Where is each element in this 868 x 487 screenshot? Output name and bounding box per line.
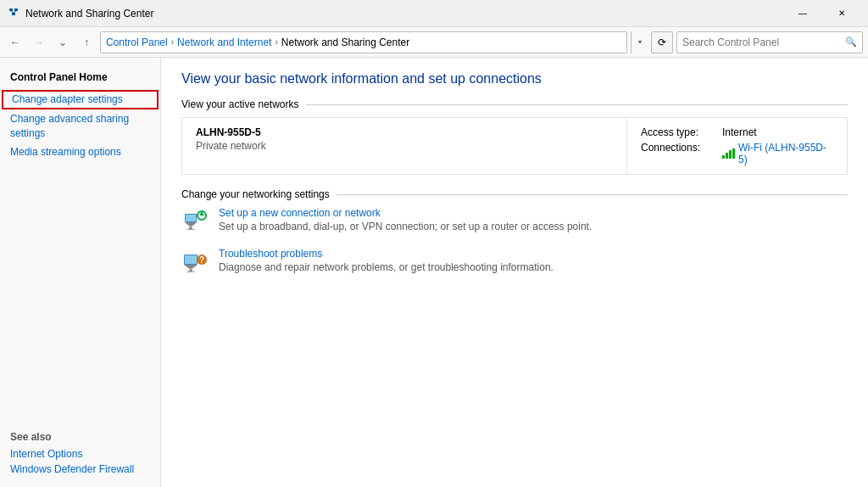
network-name: ALHN-955D-5 <box>196 126 613 138</box>
svg-rect-16 <box>186 271 195 272</box>
up-button[interactable]: ↑ <box>76 32 97 53</box>
see-also-internet-options[interactable]: Internet Options <box>10 446 150 462</box>
title-bar-controls: — ✕ <box>783 0 861 27</box>
wifi-bar-4 <box>732 148 735 159</box>
svg-rect-0 <box>9 8 13 11</box>
see-also-firewall[interactable]: Windows Defender Firewall <box>10 462 150 477</box>
sidebar-title[interactable]: Control Panel Home <box>0 68 160 90</box>
forward-button[interactable]: → <box>29 32 49 53</box>
troubleshoot-svg: ? <box>181 248 209 275</box>
svg-rect-2 <box>12 13 15 15</box>
sidebar: Control Panel Home Change adapter settin… <box>0 58 161 487</box>
change-settings-label: Change your networking settings <box>181 188 330 200</box>
troubleshoot-text: Troubleshoot problems Diagnose and repai… <box>219 248 848 273</box>
sidebar-link-media-streaming[interactable]: Media streaming options <box>0 143 160 162</box>
svg-text:?: ? <box>199 255 204 265</box>
svg-marker-7 <box>185 222 197 227</box>
new-connection-text: Set up a new connection or network Set u… <box>219 207 848 232</box>
settings-item-new-connection: Set up a new connection or network Set u… <box>181 207 848 234</box>
wifi-bar-1 <box>722 155 725 159</box>
title-bar: Network and Sharing Center — ✕ <box>0 0 868 27</box>
sidebar-see-also: See also Internet Options Windows Defend… <box>0 421 160 477</box>
access-type-row: Access type: Internet <box>641 126 833 138</box>
recent-button[interactable]: ⌄ <box>53 32 73 53</box>
breadcrumb-current: Network and Sharing Center <box>281 36 409 48</box>
content-title: View your basic network information and … <box>181 71 848 87</box>
svg-rect-15 <box>189 270 192 271</box>
change-settings-header: Change your networking settings <box>181 188 848 200</box>
breadcrumb: Control Panel › Network and Internet › N… <box>100 31 627 53</box>
refresh-button[interactable]: ⟳ <box>651 31 673 53</box>
svg-rect-13 <box>185 255 197 264</box>
wifi-bar-2 <box>726 153 728 159</box>
window-title: Network and Sharing Center <box>25 8 153 20</box>
svg-rect-1 <box>14 8 18 11</box>
network-icon <box>7 7 20 20</box>
new-connection-desc: Set up a broadband, dial-up, or VPN conn… <box>219 221 592 232</box>
access-type-value: Internet <box>722 126 757 138</box>
svg-marker-14 <box>184 265 198 270</box>
active-networks-header: View your active networks <box>181 98 848 110</box>
access-type-label: Access type: <box>641 126 717 138</box>
active-networks-label: View your active networks <box>181 98 299 110</box>
active-network-box: ALHN-955D-5 Private network Access type:… <box>181 117 848 175</box>
back-button[interactable]: ← <box>5 32 25 53</box>
breadcrumb-control-panel[interactable]: Control Panel <box>106 36 168 48</box>
search-input[interactable] <box>682 36 842 48</box>
svg-line-4 <box>14 11 16 13</box>
breadcrumb-network-internet[interactable]: Network and Internet <box>177 36 271 48</box>
main-layout: Control Panel Home Change adapter settin… <box>0 58 868 487</box>
minimize-button[interactable]: — <box>783 0 822 27</box>
settings-item-troubleshoot: ? Troubleshoot problems Diagnose and rep… <box>181 248 848 275</box>
search-icon: 🔍 <box>845 36 857 48</box>
new-connection-svg <box>181 207 209 234</box>
svg-rect-6 <box>186 215 196 221</box>
network-left: ALHN-955D-5 Private network <box>182 118 626 174</box>
sidebar-link-adapter-settings[interactable]: Change adapter settings <box>2 90 159 109</box>
connections-label: Connections: <box>641 142 717 165</box>
close-button[interactable]: ✕ <box>822 0 861 27</box>
wifi-connection-link[interactable]: Wi-Fi (ALHN-955D-5) <box>722 142 833 165</box>
network-right: Access type: Internet Connections: Wi-Fi… <box>626 118 847 174</box>
breadcrumb-sep-2: › <box>275 37 277 47</box>
new-connection-icon <box>181 207 209 234</box>
see-also-title: See also <box>10 431 150 443</box>
wifi-connection-label: Wi-Fi (ALHN-955D-5) <box>738 142 833 165</box>
sidebar-link-advanced-sharing[interactable]: Change advanced sharingsettings <box>0 109 160 143</box>
section-divider-2 <box>337 194 848 195</box>
troubleshoot-desc: Diagnose and repair network problems, or… <box>219 261 554 273</box>
troubleshoot-icon: ? <box>181 248 209 275</box>
troubleshoot-link[interactable]: Troubleshoot problems <box>219 248 848 260</box>
wifi-bar-3 <box>729 150 732 159</box>
new-connection-link[interactable]: Set up a new connection or network <box>219 207 848 219</box>
svg-rect-8 <box>189 227 192 229</box>
wifi-icon <box>722 148 735 159</box>
search-box: 🔍 <box>676 31 863 53</box>
connections-row: Connections: Wi-Fi (ALHN-955D-5) <box>641 142 833 165</box>
breadcrumb-dropdown-button[interactable]: ▾ <box>631 31 648 53</box>
breadcrumb-sep-1: › <box>171 37 174 47</box>
network-type: Private network <box>196 140 613 152</box>
svg-line-3 <box>11 11 14 13</box>
svg-rect-9 <box>186 229 195 230</box>
title-bar-left: Network and Sharing Center <box>7 7 153 20</box>
content-area: View your basic network information and … <box>161 58 868 487</box>
address-bar: ← → ⌄ ↑ Control Panel › Network and Inte… <box>0 27 868 58</box>
section-divider-1 <box>306 104 848 105</box>
